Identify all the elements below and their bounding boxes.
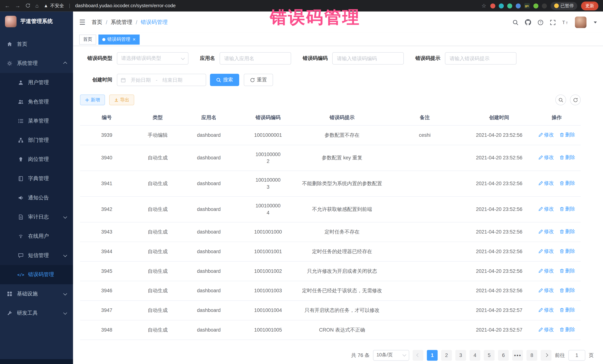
sidebar-item-dept[interactable]: 部门管理 (0, 131, 73, 150)
back-icon[interactable]: ← (5, 3, 10, 9)
pager-page-4[interactable]: 4 (470, 350, 480, 361)
delete-link[interactable]: 删除 (559, 248, 575, 254)
edit-link[interactable]: 修改 (538, 180, 554, 187)
pager-page-5[interactable]: 5 (484, 350, 494, 361)
fullscreen-icon[interactable] (550, 20, 556, 25)
hint-input[interactable] (445, 52, 517, 65)
extension-icon[interactable] (515, 3, 521, 8)
app-input[interactable] (220, 52, 291, 65)
delete-link[interactable]: 删除 (559, 326, 575, 333)
goto-page-input[interactable] (568, 350, 585, 361)
pager-page-1[interactable]: 1 (427, 350, 438, 361)
reset-button[interactable]: 重置 (244, 74, 273, 86)
pager-page-6[interactable]: 6 (498, 350, 509, 361)
extension-icon[interactable]: gn (524, 3, 530, 9)
sidebar-item-menu[interactable]: 菜单管理 (0, 111, 73, 131)
caret-down-icon[interactable] (594, 21, 597, 23)
sidebar-item-home[interactable]: 首页 (0, 35, 73, 54)
sidebar-item-audit-log[interactable]: 审计日志 (0, 207, 73, 227)
edit-link[interactable]: 修改 (538, 228, 554, 235)
date-range-picker[interactable]: - (117, 74, 206, 86)
tab-home[interactable]: 首页 (79, 34, 96, 44)
extension-icon[interactable] (490, 3, 495, 8)
delete-link[interactable]: 删除 (559, 306, 575, 313)
type-select[interactable]: 请选择错误码类型 (117, 52, 188, 65)
cell-time: 2021-04-20 23:52:56 (466, 196, 533, 222)
edit-link[interactable]: 修改 (538, 154, 554, 161)
sidebar-item-dev-tools[interactable]: 研发工具 (0, 303, 73, 323)
browser-home-icon[interactable]: ⌂ (35, 3, 39, 9)
delete-link[interactable]: 删除 (559, 131, 575, 138)
edit-link[interactable]: 修改 (538, 326, 554, 333)
end-date-input[interactable] (160, 77, 185, 83)
cell-code: 100100000 4 (236, 196, 300, 222)
font-size-icon[interactable]: TT (562, 20, 568, 25)
github-icon[interactable] (525, 19, 531, 25)
code-input[interactable] (332, 52, 404, 65)
cell-time: 2021-04-20 23:52:56 (466, 242, 533, 261)
sidebar-item-sms[interactable]: 短信管理 (0, 246, 73, 265)
edit-link[interactable]: 修改 (538, 287, 554, 294)
sidebar-item-role[interactable]: 角色管理 (0, 92, 73, 111)
delete-link[interactable]: 删除 (559, 205, 575, 212)
breadcrumb-system[interactable]: 系统管理 (111, 19, 132, 26)
cell-actions: 修改删除 (533, 145, 581, 170)
edit-link[interactable]: 修改 (538, 205, 554, 212)
show-search-icon[interactable] (555, 95, 566, 105)
extension-icon[interactable] (499, 3, 504, 8)
breadcrumb-home[interactable]: 首页 (92, 19, 103, 26)
reload-icon[interactable] (25, 3, 30, 9)
pager-page-8[interactable]: 8 (527, 350, 537, 361)
start-date-input[interactable] (128, 77, 153, 83)
edit-link[interactable]: 修改 (538, 267, 554, 274)
pager-page-3[interactable]: 3 (455, 350, 466, 361)
close-icon[interactable]: × (133, 37, 136, 42)
security-chip[interactable]: ▲ 不安全 (44, 2, 64, 9)
address-url[interactable]: dashboard.yudao.iocoder.cn/system/error-… (75, 3, 176, 9)
delete-link[interactable]: 删除 (559, 228, 575, 235)
sidebar: 芋道管理系统 首页系统管理用户管理角色管理菜单管理部门管理岗位管理字典管理通知公… (0, 11, 73, 364)
search-icon[interactable] (513, 20, 518, 25)
bookmark-star-icon[interactable]: ☆ (481, 3, 486, 9)
forward-icon[interactable]: → (15, 3, 20, 9)
col-header-app: 应用名 (182, 110, 236, 125)
sidebar-item-dict[interactable]: 字典管理 (0, 169, 73, 188)
edit-link[interactable]: 修改 (538, 248, 554, 254)
extension-icon[interactable] (507, 3, 512, 8)
tab-error-code[interactable]: 错误码管理 × (99, 34, 139, 44)
delete-link[interactable]: 删除 (559, 154, 575, 161)
sidebar-item-system[interactable]: 系统管理 (0, 54, 73, 73)
search-button[interactable]: 搜索 (210, 74, 239, 86)
user-avatar[interactable] (575, 16, 587, 28)
hamburger-icon[interactable]: ☰ (79, 18, 85, 26)
page-size-select[interactable]: 10条/页 (373, 350, 409, 361)
sidebar-item-notice[interactable]: 通知公告 (0, 188, 73, 208)
user-icon (18, 80, 24, 85)
help-icon[interactable]: ? (538, 20, 544, 25)
sidebar-item-online-user[interactable]: 在线用户 (0, 227, 73, 246)
sidebar-item-user[interactable]: 用户管理 (0, 73, 73, 92)
edit-link[interactable]: 修改 (538, 131, 554, 138)
add-button[interactable]: 新增 (80, 95, 105, 105)
extension-icon[interactable] (542, 3, 547, 8)
pager-ellipsis[interactable]: ●●● (512, 350, 523, 361)
refresh-icon[interactable] (570, 95, 581, 105)
delete-link[interactable]: 删除 (559, 180, 575, 187)
edit-link[interactable]: 修改 (538, 306, 554, 313)
export-button[interactable]: 导出 (109, 95, 134, 105)
delete-link[interactable]: 删除 (559, 287, 575, 294)
prev-page-button[interactable] (413, 350, 423, 361)
logo[interactable]: 芋道管理系统 (0, 11, 73, 32)
filter-row-2: 创建时间 - 搜索 (80, 74, 596, 86)
pager-pages: 123456●●●8 (427, 350, 537, 361)
next-page-button[interactable] (541, 350, 551, 361)
extension-icon[interactable] (533, 3, 538, 8)
sidebar-item-infra[interactable]: 基础设施 (0, 284, 73, 304)
sidebar-item-post[interactable]: 岗位管理 (0, 150, 73, 169)
browser-update-button[interactable]: 更新 (581, 1, 598, 10)
paused-badge[interactable]: 已暂停 (550, 2, 577, 10)
delete-link[interactable]: 删除 (559, 267, 575, 274)
dict-icon (18, 176, 24, 181)
pager-page-2[interactable]: 2 (441, 350, 452, 361)
sidebar-item-error-code[interactable]: </>错误码管理 (0, 265, 73, 284)
